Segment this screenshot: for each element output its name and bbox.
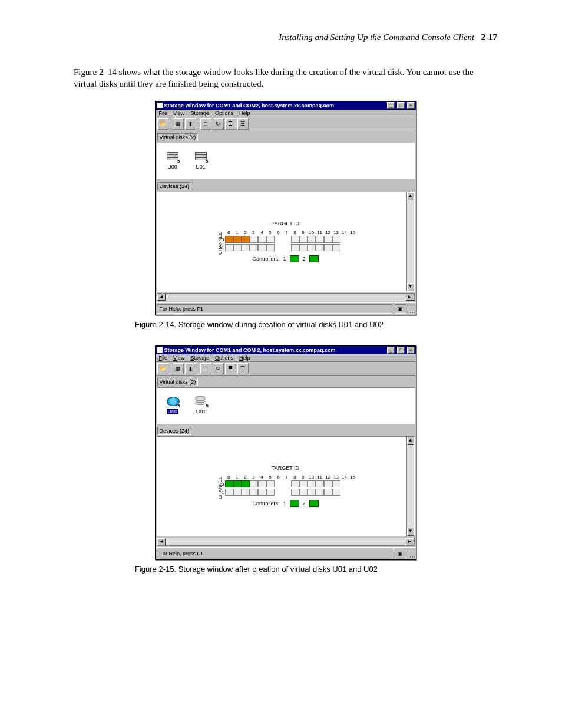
device-slot[interactable] [316,244,324,251]
device-slot[interactable] [225,244,233,251]
device-slot[interactable] [258,244,266,251]
page-number: 2-17 [481,32,498,42]
device-slot[interactable] [299,244,308,251]
device-slot[interactable] [308,244,316,251]
device-slot[interactable] [316,480,324,487]
titlebar[interactable]: Storage Window for COM1 and COM 2, host.… [156,346,416,354]
device-slot[interactable] [324,489,332,496]
minimize-button[interactable]: _ [387,347,395,354]
toolbar-open-icon[interactable]: 📂 [157,363,168,374]
device-slot[interactable] [332,244,340,251]
device-slot[interactable] [316,489,324,496]
device-slot[interactable] [258,489,266,496]
target-id-header: 2 [242,472,250,480]
toolbar-refresh-icon[interactable]: ↻ [213,363,224,374]
device-slot[interactable] [233,480,242,487]
toolbar-details-icon[interactable]: ☰ [237,363,249,374]
toolbar-open-icon[interactable]: 📂 [157,118,168,130]
menu-file[interactable]: File [159,355,168,361]
device-slot[interactable] [308,480,316,487]
menu-view[interactable]: View [173,110,184,116]
maximize-button[interactable]: □ [397,347,405,354]
toolbar-props-icon[interactable]: □ [200,363,211,374]
menu-file[interactable]: File [159,110,168,116]
device-slot[interactable] [299,236,308,243]
device-slot[interactable] [242,244,250,251]
menu-help[interactable]: Help [239,355,250,361]
device-slot[interactable] [233,236,242,243]
device-slot[interactable] [242,236,250,243]
device-slot[interactable] [250,244,258,251]
vertical-scrollbar[interactable]: ▲▼ [406,192,414,291]
toolbar-disk-icon[interactable]: ▮ [185,118,196,130]
menu-options[interactable]: Options [215,110,233,116]
device-slot[interactable] [266,489,275,496]
device-slot[interactable] [258,480,266,487]
resize-grip[interactable] [408,304,415,314]
device-slot[interactable] [324,236,332,243]
device-slot[interactable] [225,480,233,487]
vertical-scrollbar[interactable]: ▲▼ [406,437,414,536]
menu-help[interactable]: Help [239,110,250,116]
toolbar-list-icon[interactable]: ≣ [225,363,236,374]
device-slot[interactable] [299,489,308,496]
device-slot[interactable] [332,236,340,243]
device-slot[interactable] [233,489,242,496]
menu-storage[interactable]: Storage [190,110,209,116]
device-slot[interactable] [250,236,258,243]
target-id-header: 14 [340,227,349,235]
storage-window-fig14: Storage Window for COM1 and COM2, host.s… [155,101,416,315]
toolbar-details-icon[interactable]: ☰ [237,118,249,130]
device-slot[interactable] [308,489,316,496]
device-slot[interactable] [225,236,233,243]
device-slot[interactable] [250,480,258,487]
toolbar-grid-icon[interactable]: ▦ [173,118,184,130]
device-slot[interactable] [233,244,242,251]
device-slot[interactable] [291,244,299,251]
menu-view[interactable]: View [173,355,184,361]
device-slot[interactable] [332,489,340,496]
toolbar-disk-icon[interactable]: ▮ [185,363,196,374]
device-slot[interactable] [324,244,332,251]
device-slot[interactable] [242,489,250,496]
horizontal-scrollbar[interactable]: ◄► [157,293,415,301]
target-id-label: TARGET ID [214,465,357,471]
device-slot[interactable] [291,489,299,496]
vdisk-u00[interactable]: 5 U00 [167,397,179,414]
device-slot[interactable] [266,244,275,251]
menu-storage[interactable]: Storage [190,355,209,361]
device-slot[interactable] [291,480,299,487]
device-slot[interactable] [299,480,308,487]
toolbar-props-icon[interactable]: □ [200,118,211,130]
target-id-header: 0 [225,227,233,235]
device-slot[interactable] [291,236,299,243]
device-slot[interactable] [242,480,250,487]
device-slot[interactable] [316,236,324,243]
toolbar-refresh-icon[interactable]: ↻ [213,118,224,130]
device-slot[interactable] [266,236,275,243]
device-slot[interactable] [324,480,332,487]
device-slot[interactable] [332,480,340,487]
device-slot[interactable] [258,236,266,243]
device-slot[interactable] [225,489,233,496]
vdisk-u01[interactable]: 5 U01 [195,397,207,414]
header-title: Installing and Setting Up the Command Co… [279,32,474,42]
device-slot[interactable] [266,480,275,487]
resize-grip[interactable] [408,549,415,558]
close-button[interactable]: × [407,347,415,354]
titlebar[interactable]: Storage Window for COM1 and COM2, host.s… [156,101,416,110]
device-slot[interactable] [250,489,258,496]
minimize-button[interactable]: _ [387,102,395,109]
device-slot[interactable] [308,236,316,243]
close-button[interactable]: × [407,102,415,109]
target-id-header: 15 [349,472,357,480]
target-id-header: 13 [332,472,340,480]
vdisk-u00[interactable]: 5 U00 [167,152,178,170]
horizontal-scrollbar[interactable]: ◄► [157,538,415,546]
toolbar-list-icon[interactable]: ≣ [225,118,236,130]
toolbar-grid-icon[interactable]: ▦ [173,363,184,374]
menu-options[interactable]: Options [215,355,233,361]
toolbar: 📂 ▦ ▮ □ ↻ ≣ ☰ [156,117,416,131]
maximize-button[interactable]: □ [397,102,405,109]
vdisk-u01[interactable]: 5 U01 [195,152,207,170]
